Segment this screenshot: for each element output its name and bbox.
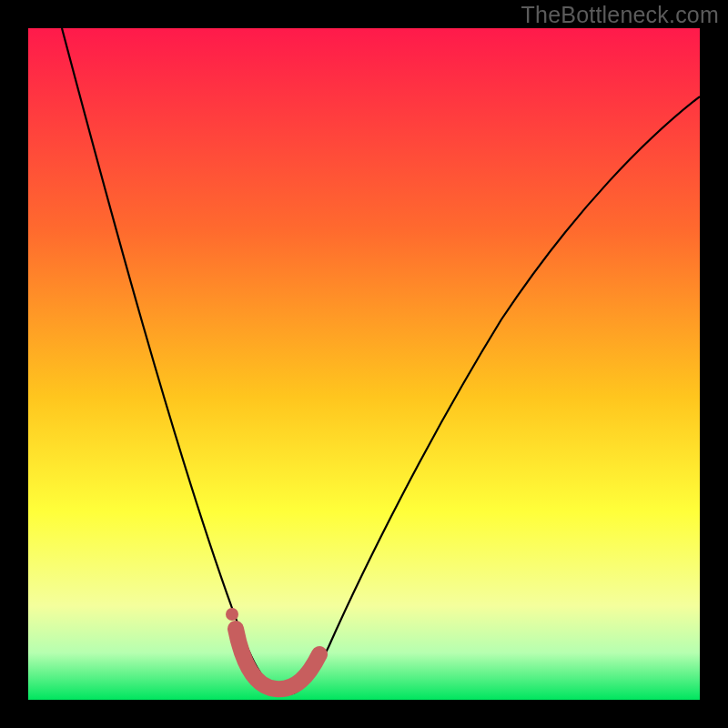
watermark-label: TheBottleneck.com — [521, 2, 719, 28]
plot-area — [28, 28, 700, 700]
chart-frame: TheBottleneck.com — [0, 0, 728, 728]
chart-svg — [28, 28, 700, 700]
accent-dot-icon — [226, 608, 238, 621]
gradient-background — [28, 28, 700, 700]
